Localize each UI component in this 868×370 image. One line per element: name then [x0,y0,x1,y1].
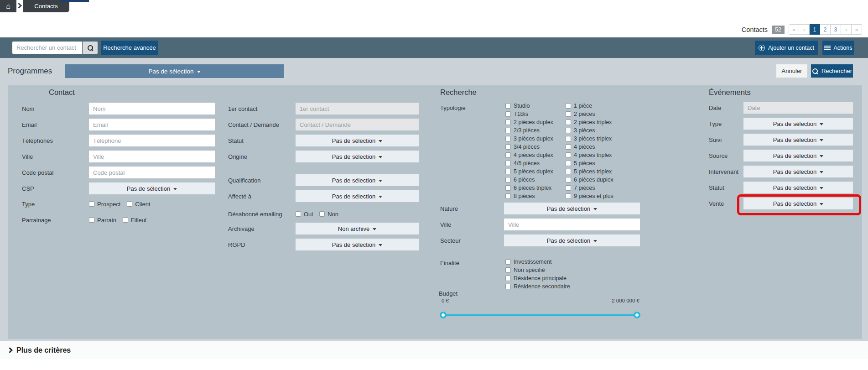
typologie-option[interactable]: 4 pièces triplex [566,151,634,159]
email-input[interactable] [89,119,215,130]
more-criteria-bar[interactable]: Plus de critères [0,341,868,359]
telephone-input[interactable] [89,135,215,146]
checkbox[interactable] [566,185,571,191]
home-button[interactable]: ⌂ [0,0,16,12]
checkbox[interactable] [505,144,511,150]
checkbox[interactable] [566,161,571,166]
page-1-button[interactable]: 1 [810,24,820,35]
page-first-button[interactable]: « [789,24,799,35]
checkbox[interactable] [566,120,571,125]
typologie-option[interactable]: 6 pièces triplex [505,184,566,192]
checkbox[interactable] [505,193,511,199]
typologie-option[interactable]: 1 pièce [566,102,634,110]
typologie-option[interactable]: 2 pièces duplex [505,118,566,126]
add-contact-button[interactable]: Ajouter un contact [755,41,818,55]
origine-dropdown[interactable]: Pas de sélection [296,151,419,162]
checkbox[interactable] [505,276,511,281]
ev-type-dropdown[interactable]: Pas de sélection [743,118,853,130]
budget-slider-handle-min[interactable] [440,312,447,318]
checkbox[interactable] [566,103,571,109]
ville-input[interactable] [89,151,215,162]
checkbox[interactable] [505,152,511,158]
advanced-search-button[interactable]: Recherche avancée [101,41,158,55]
checkbox[interactable] [505,136,511,141]
parrainage-option-filleul[interactable]: Filleul [123,217,146,224]
typologie-option[interactable]: 3 pièces duplex [505,135,566,143]
vente-dropdown[interactable]: Pas de sélection [743,198,853,209]
desabonne-option-non[interactable]: Non [319,211,338,218]
page-last-button[interactable]: » [852,24,862,35]
typologie-option[interactable]: 8 pièces [505,192,566,200]
checkbox[interactable] [566,152,571,158]
nom-input[interactable] [89,103,215,115]
typologie-option[interactable]: 5 pièces [566,159,634,167]
budget-slider-handle-max[interactable] [634,312,640,318]
typologie-option[interactable]: 5 pièces duplex [505,167,566,176]
checkbox[interactable] [505,185,511,191]
search-button[interactable] [83,42,98,54]
typologie-option[interactable]: 2 pièces triplex [566,118,634,126]
type-option-client[interactable]: Client [127,201,150,208]
secteur-dropdown[interactable]: Pas de sélection [504,235,640,246]
type-option-prospect[interactable]: Prospect [89,201,120,208]
ev-statut-dropdown[interactable]: Pas de sélection [743,182,853,193]
finalite-option[interactable]: Résidence secondaire [505,282,597,291]
finalite-option[interactable]: Résidence principale [505,274,597,282]
checkbox[interactable] [505,259,511,265]
checkbox[interactable] [505,284,511,289]
checkbox[interactable] [89,201,94,207]
programmes-dropdown[interactable]: Pas de sélection [65,64,284,78]
nature-dropdown[interactable]: Pas de sélection [504,203,640,214]
checkbox[interactable] [505,267,511,273]
archivage-dropdown[interactable]: Non archivé [296,223,419,235]
checkbox[interactable] [566,128,571,133]
checkbox[interactable] [505,120,511,125]
checkbox[interactable] [566,177,571,182]
checkbox[interactable] [296,211,301,217]
intervenant-dropdown[interactable]: Pas de sélection [743,166,853,177]
typologie-option[interactable]: 4/5 pièces [505,159,566,167]
checkbox[interactable] [505,161,511,166]
typologie-option[interactable]: 9 pièces et plus [566,192,634,200]
checkbox[interactable] [566,144,571,150]
cancel-button[interactable]: Annuler [776,64,807,78]
typologie-option[interactable]: 4 pièces [566,143,634,151]
rgpd-dropdown[interactable]: Pas de sélection [296,239,419,250]
recherche-ville-input[interactable] [504,219,640,230]
checkbox[interactable] [505,103,511,109]
suivi-dropdown[interactable]: Pas de sélection [743,134,853,146]
actions-button[interactable]: Actions [822,41,854,55]
typologie-option[interactable]: 4 pièces duplex [505,151,566,159]
typologie-option[interactable]: Studio [505,102,566,110]
finalite-option[interactable]: Investissement [505,258,597,266]
checkbox[interactable] [319,211,325,217]
search-input[interactable] [12,42,82,54]
checkbox[interactable] [566,193,571,199]
finalite-option[interactable]: Non spécifié [505,266,597,274]
checkbox[interactable] [566,136,571,141]
desabonne-option-oui[interactable]: Oui [296,211,313,218]
qualification-dropdown[interactable]: Pas de sélection [296,174,419,186]
checkbox[interactable] [505,177,511,182]
typologie-option[interactable]: 3/4 pièces [505,143,566,151]
csp-dropdown[interactable]: Pas de sélection [89,182,215,194]
parrainage-option-parrain[interactable]: Parrain [89,217,116,224]
page-3-button[interactable]: 3 [831,24,841,35]
statut-dropdown[interactable]: Pas de sélection [296,135,419,146]
typologie-option[interactable]: T1Bis [505,110,566,118]
checkbox[interactable] [566,169,571,174]
checkbox[interactable] [566,111,571,117]
typologie-option[interactable]: 3 pièces triplex [566,135,634,143]
checkbox[interactable] [505,128,511,133]
checkbox[interactable] [123,217,128,223]
breadcrumb-tab-contacts[interactable]: Contacts [23,0,69,12]
checkbox[interactable] [89,217,94,223]
run-search-button[interactable]: Rechercher [811,64,853,78]
typologie-option[interactable]: 7 pièces [566,184,634,192]
typologie-option[interactable]: 2/3 pièces [505,126,566,135]
page-prev-button[interactable]: ‹ [799,24,810,35]
typologie-option[interactable]: 3 pièces [566,126,634,135]
code-postal-input[interactable] [89,167,215,178]
checkbox[interactable] [127,201,132,207]
affecte-a-dropdown[interactable]: Pas de sélection [296,190,419,202]
